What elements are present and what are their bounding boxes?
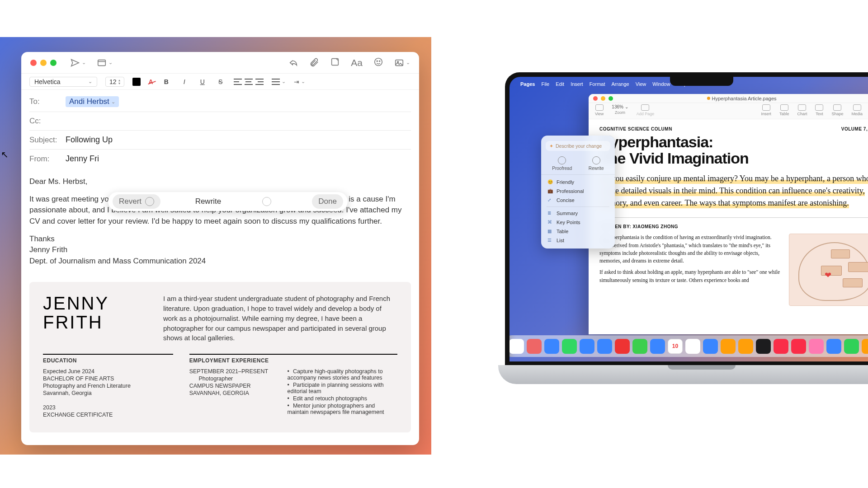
italic-button[interactable]: I <box>179 78 189 85</box>
app-menu[interactable]: Pages <box>520 81 535 87</box>
wt-list[interactable]: ☰List <box>543 236 613 245</box>
employment-column: EMPLOYMENT EXPERIENCE SEPTEMBER 2021–PRE… <box>189 354 397 419</box>
zoom-button[interactable] <box>609 96 613 101</box>
file-menu[interactable]: File <box>541 81 549 87</box>
wt-professional[interactable]: 💼Professional <box>543 187 613 196</box>
resume-line: Photographer <box>189 375 281 382</box>
view-menu[interactable]: View <box>636 81 646 87</box>
recipient-token[interactable]: Andi Herbst⌄ <box>66 96 119 107</box>
dock-app-10[interactable] <box>685 339 700 354</box>
toolbar-text-button[interactable]: Text <box>815 104 823 116</box>
attach-button[interactable] <box>309 57 319 69</box>
zoom-select[interactable]: 136% ⌄Zoom <box>612 104 628 116</box>
toolbar-media-button[interactable]: Media <box>851 104 863 116</box>
header-fields-button[interactable]: ⌄ <box>97 58 113 68</box>
dock-app-2[interactable] <box>544 339 559 354</box>
pages-toolbar: View 136% ⌄Zoom Add Page InsertTableChar… <box>589 103 868 119</box>
macbook-base <box>498 365 868 384</box>
list-style-button[interactable]: ⌄ <box>272 79 286 85</box>
emoji-button[interactable] <box>373 57 383 69</box>
mail-body[interactable]: Dear Ms. Herbst, It was great meeting yo… <box>21 168 419 273</box>
option-icon: 😊 <box>547 179 553 185</box>
bold-button[interactable]: B <box>161 78 171 85</box>
edit-menu[interactable]: Edit <box>556 81 564 87</box>
align-left-button[interactable] <box>234 79 242 85</box>
wt-summary[interactable]: ≣Summary <box>543 209 613 218</box>
font-size-stepper[interactable]: 12 ▴▾ <box>105 77 124 87</box>
done-button[interactable]: Done <box>312 194 343 209</box>
window-menu[interactable]: Window <box>652 81 670 87</box>
minimize-button[interactable] <box>601 96 605 101</box>
chevron-down-icon[interactable]: ⌄ <box>82 60 86 66</box>
toolbar-table-button[interactable]: Table <box>779 104 789 116</box>
refresh-icon <box>592 156 600 164</box>
add-page-button[interactable]: Add Page <box>637 104 655 116</box>
photo-browser-button[interactable]: ⌄ <box>394 58 410 68</box>
format-menu[interactable]: Format <box>590 81 605 87</box>
option-icon: ⌘ <box>547 220 553 225</box>
rewrite-button[interactable]: Rewrite <box>589 156 604 171</box>
dock-app-7[interactable] <box>632 339 647 354</box>
send-button[interactable]: ⌄ <box>70 58 86 68</box>
wt-concise[interactable]: ⤢Concise <box>543 196 613 205</box>
text-color-swatch[interactable] <box>132 78 141 86</box>
align-center-button[interactable] <box>245 79 253 85</box>
dock-app-17[interactable] <box>809 339 824 354</box>
close-button[interactable] <box>30 60 37 66</box>
dock-app-20[interactable] <box>862 339 868 354</box>
dock-app-6[interactable] <box>615 339 630 354</box>
close-button[interactable] <box>593 96 598 101</box>
cc-label: Cc: <box>29 117 59 126</box>
dock-app-9[interactable]: 10 <box>668 339 683 354</box>
dock-app-16[interactable] <box>791 339 806 354</box>
subject-field[interactable]: Following Up <box>66 135 113 145</box>
wt-key-points[interactable]: ⌘Key Points <box>543 218 613 227</box>
option-icon: 💼 <box>547 188 553 194</box>
rewrite-again-button[interactable] <box>256 194 278 209</box>
attachment-preview[interactable]: JENNY FRITH I am a third-year student un… <box>29 282 411 432</box>
arrange-menu[interactable]: Arrange <box>611 81 629 87</box>
dock-app-12[interactable] <box>721 339 736 354</box>
revert-button[interactable]: Revert <box>113 194 160 209</box>
zoom-button[interactable] <box>50 60 57 66</box>
dock-app-14[interactable] <box>756 339 771 354</box>
underline-button[interactable]: U <box>198 78 208 85</box>
dock-app-19[interactable] <box>844 339 859 354</box>
resume-line: CAMPUS NEWSPAPER <box>189 383 281 389</box>
format-button[interactable]: Aa <box>351 57 363 68</box>
dock-app-3[interactable] <box>562 339 577 354</box>
font-family-select[interactable]: Helvetica ⌄ <box>29 77 97 87</box>
chevron-down-icon[interactable]: ⌄ <box>108 60 113 66</box>
strikethrough-button[interactable]: S <box>216 78 226 85</box>
dock-app-13[interactable] <box>738 339 753 354</box>
indent-button[interactable]: ⇥⌄ <box>294 78 305 85</box>
wt-friendly[interactable]: 😊Friendly <box>543 178 613 187</box>
dock-app-15[interactable] <box>774 339 788 354</box>
markup-button[interactable] <box>330 57 340 69</box>
dock-app-11[interactable] <box>703 339 718 354</box>
minimize-button[interactable] <box>40 60 47 66</box>
wt-table[interactable]: ▦Table <box>543 227 613 236</box>
dock-app-8[interactable] <box>650 339 665 354</box>
dock-app-5[interactable] <box>597 339 612 354</box>
toolbar-chart-button[interactable]: Chart <box>797 104 807 116</box>
from-field[interactable]: Jenny Fri <box>66 154 99 164</box>
dock-app-0[interactable] <box>509 339 524 354</box>
toolbar-shape-button[interactable]: Shape <box>831 104 843 116</box>
proofread-button[interactable]: Proofread <box>552 156 572 171</box>
view-button[interactable]: View <box>595 104 604 116</box>
dock-app-18[interactable] <box>826 339 841 354</box>
document-heading: Hyperphantasia:The Vivid Imagination <box>599 134 868 166</box>
chevron-down-icon[interactable]: ⌄ <box>406 60 410 66</box>
reply-button[interactable] <box>288 57 298 69</box>
describe-change-field[interactable]: ✦ Describe your change <box>546 141 610 151</box>
toolbar-insert-button[interactable]: Insert <box>761 104 771 116</box>
dock-app-4[interactable] <box>580 339 594 354</box>
dock-app-1[interactable] <box>527 339 542 354</box>
clear-style-button[interactable]: A <box>149 78 153 85</box>
svg-point-2 <box>375 58 382 66</box>
dock: 10 <box>509 335 868 357</box>
align-right-button[interactable] <box>255 79 264 85</box>
document-canvas[interactable]: COGNITIVE SCIENCE COLUMN VOLUME 7, ISSUE… <box>589 119 868 334</box>
insert-menu[interactable]: Insert <box>571 81 583 87</box>
